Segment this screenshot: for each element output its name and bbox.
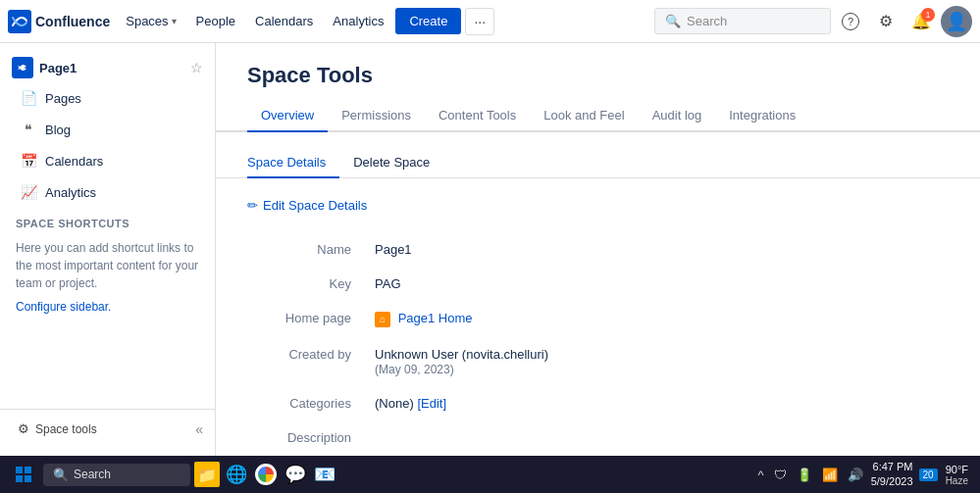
categories-text: (None) (375, 396, 414, 411)
key-label: Key (247, 276, 375, 291)
people-nav-button[interactable]: People (188, 9, 243, 33)
taskbar-wifi-icon[interactable]: 📶 (820, 468, 840, 482)
spaces-label: Spaces (126, 14, 168, 28)
categories-edit-link[interactable]: [Edit] (417, 396, 446, 411)
nav-logo[interactable]: Confluence (8, 10, 110, 33)
sidebar-collapse-icon[interactable]: « (195, 421, 203, 437)
search-icon: 🔍 (665, 14, 681, 28)
details-table: Name Page1 Key PAG Home page ⌂ Page1 Hom… (247, 232, 934, 456)
pages-label: Pages (45, 91, 81, 106)
description-label: Description (247, 430, 375, 445)
homepage-link[interactable]: Page1 Home (398, 311, 473, 325)
tab-content-tools[interactable]: Content Tools (425, 100, 530, 132)
confluence-logo-icon (8, 10, 31, 33)
svg-rect-0 (8, 10, 31, 33)
taskbar: 🔍 Search 📁 🌐 💬 📧 ^ 🛡 🔋 📶 🔊 6:47 PM 5/9/2… (0, 456, 980, 493)
user-avatar[interactable]: 👤 (941, 6, 972, 37)
avatar-icon: 👤 (946, 11, 967, 32)
search-placeholder-text: Search (687, 14, 727, 28)
space-tools-icon: ⚙ (18, 421, 29, 436)
help-icon: ? (842, 13, 859, 30)
taskbar-weather: 90°F Haze (942, 464, 972, 486)
spaces-chevron-icon: ▾ (172, 16, 177, 26)
sidebar-item-pages[interactable]: 📄 Pages (4, 83, 211, 113)
created-by-value: Unknown User (novita.chelluri) (May 09, … (375, 347, 934, 376)
spaces-nav-button[interactable]: Spaces ▾ (118, 9, 183, 33)
taskbar-antivirus-icon[interactable]: 🛡 (772, 468, 789, 482)
tab-integrations[interactable]: Integrations (715, 100, 809, 132)
configure-sidebar-link[interactable]: Configure sidebar. (0, 298, 215, 321)
search-box[interactable]: 🔍 Search (654, 8, 831, 34)
gear-icon: ⚙ (879, 12, 893, 30)
help-button[interactable]: ? (835, 6, 866, 37)
categories-label: Categories (247, 396, 375, 411)
homepage-label: Home page (247, 311, 375, 325)
details-row-key: Key PAG (247, 267, 934, 301)
teams-icon: 💬 (284, 464, 306, 485)
sidebar-space-logo (12, 57, 33, 78)
sidebar-title-row: Page1 (12, 57, 77, 78)
outlook-icon: 📧 (314, 464, 335, 485)
tab-audit-log[interactable]: Audit log (639, 100, 716, 132)
page-header: Space Tools (216, 43, 980, 88)
taskbar-date-text: 5/9/2023 (871, 474, 913, 489)
name-value: Page1 (375, 242, 934, 257)
taskbar-arrow-icon[interactable]: ^ (756, 468, 766, 482)
windows-icon (15, 466, 32, 483)
details-row-categories: Categories (None) [Edit] (247, 386, 934, 420)
taskbar-chrome-icon[interactable] (253, 462, 279, 487)
calendars-icon: 📅 (20, 153, 37, 169)
blog-icon: ❝ (20, 122, 37, 137)
taskbar-time-text: 6:47 PM (873, 460, 913, 474)
calendars-nav-button[interactable]: Calendars (247, 9, 321, 33)
sidebar-item-blog[interactable]: ❝ Blog (4, 115, 211, 144)
created-by-label: Created by (247, 347, 375, 362)
space-tools-label: Space tools (35, 422, 97, 436)
calendars-label: Calendars (45, 154, 103, 169)
sidebar-star-icon[interactable]: ☆ (190, 60, 203, 75)
taskbar-clock[interactable]: 6:47 PM 5/9/2023 (871, 460, 913, 490)
file-explorer-icon: 📁 (197, 466, 217, 484)
tab-overview[interactable]: Overview (247, 100, 328, 132)
people-label: People (196, 14, 235, 28)
page-title: Space Tools (247, 63, 949, 88)
sub-tab-space-details[interactable]: Space Details (247, 148, 339, 178)
content-body: ✏ Edit Space Details Name Page1 Key PAG … (216, 178, 980, 456)
name-label: Name (247, 242, 375, 257)
taskbar-outlook-icon[interactable]: 📧 (312, 462, 337, 487)
homepage-value: ⌂ Page1 Home (375, 311, 934, 327)
details-row-name: Name Page1 (247, 232, 934, 267)
notification-count: 1 (921, 8, 935, 22)
tab-permissions[interactable]: Permissions (328, 100, 425, 132)
notifications-button[interactable]: 🔔 1 (905, 6, 937, 37)
chrome-icon (255, 464, 277, 485)
taskbar-system-tray: ^ 🛡 🔋 📶 🔊 6:47 PM 5/9/2023 20 (756, 460, 938, 490)
edit-space-details-link[interactable]: ✏ Edit Space Details (247, 198, 949, 213)
analytics-nav-button[interactable]: Analytics (325, 9, 391, 33)
start-button[interactable] (8, 461, 39, 488)
taskbar-battery-icon[interactable]: 🔋 (795, 468, 814, 482)
taskbar-file-explorer-icon[interactable]: 📁 (194, 462, 220, 487)
top-navigation: Confluence Spaces ▾ People Calendars Ana… (0, 0, 980, 43)
confluence-logo-text: Confluence (35, 14, 110, 29)
space-tools-button[interactable]: ⚙ Space tools (12, 418, 103, 440)
taskbar-edge-icon[interactable]: 🌐 (224, 462, 249, 487)
taskbar-weather-desc: Haze (946, 475, 968, 486)
tab-look-and-feel[interactable]: Look and Feel (530, 100, 638, 132)
calendars-label: Calendars (255, 14, 313, 28)
settings-button[interactable]: ⚙ (870, 6, 902, 37)
taskbar-volume-icon[interactable]: 🔊 (846, 468, 865, 482)
sub-tab-delete-space[interactable]: Delete Space (353, 148, 443, 178)
more-button[interactable]: ··· (465, 8, 494, 35)
home-page-icon: ⌂ (375, 312, 390, 327)
taskbar-teams-icon[interactable]: 💬 (283, 462, 308, 487)
create-button[interactable]: Create (395, 8, 461, 34)
main-tabs: Overview Permissions Content Tools Look … (216, 100, 980, 132)
taskbar-notification-badge[interactable]: 20 (919, 468, 938, 481)
content-area: Space Tools Overview Permissions Content… (216, 43, 980, 456)
sidebar-item-calendars[interactable]: 📅 Calendars (4, 146, 211, 175)
taskbar-search-box[interactable]: 🔍 Search (43, 464, 190, 486)
taskbar-search-icon: 🔍 (53, 468, 69, 482)
edit-pencil-icon: ✏ (247, 198, 258, 213)
sidebar-item-analytics[interactable]: 📈 Analytics (4, 177, 211, 207)
